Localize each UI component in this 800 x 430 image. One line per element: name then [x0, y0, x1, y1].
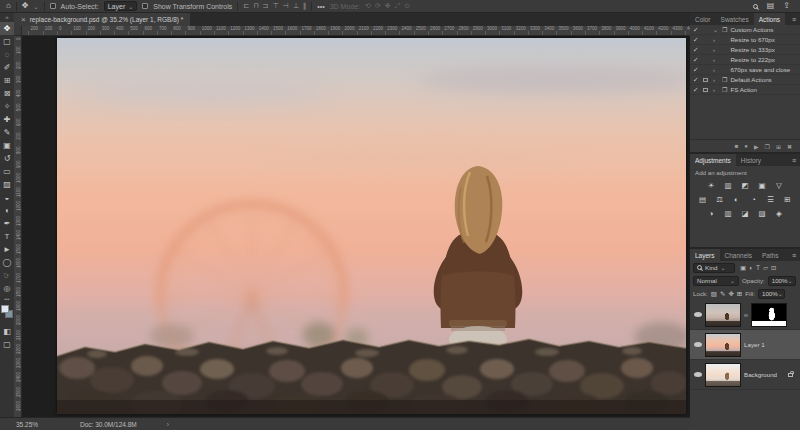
action-row[interactable]: ✓ ⌄ ❐ Custom Actions	[690, 25, 800, 35]
eraser-tool[interactable]: ▭	[0, 165, 14, 178]
auto-select-dropdown[interactable]: Layer ⌄	[104, 1, 138, 11]
action-expand-icon[interactable]: ›	[713, 57, 719, 63]
smart-object-filter-icon[interactable]: ⊡	[771, 264, 776, 272]
blend-mode-dropdown[interactable]: Normal ⌄	[693, 276, 739, 286]
play-icon[interactable]: ▶	[754, 143, 759, 150]
brightness-contrast-icon[interactable]: ☀	[705, 180, 717, 190]
action-check-icon[interactable]: ✓	[693, 26, 700, 34]
action-check-icon[interactable]: ✓	[693, 56, 700, 64]
dodge-tool[interactable]: ◖	[0, 204, 14, 217]
panel-menu-icon[interactable]: ≡	[788, 154, 800, 166]
pixel-layer-filter-icon[interactable]: ▣	[740, 264, 746, 272]
layer-row-masked-sky[interactable]: ∞	[690, 300, 800, 330]
record-icon[interactable]: ●	[744, 143, 748, 149]
share-icon[interactable]: ⇪	[783, 2, 790, 10]
action-expand-icon[interactable]: ›	[713, 77, 719, 83]
tab-swatches[interactable]: Swatches	[716, 13, 754, 25]
threshold-icon[interactable]: ◪	[739, 208, 751, 218]
action-dialog-toggle[interactable]	[703, 78, 710, 82]
action-expand-icon[interactable]: ›	[713, 67, 719, 73]
quick-mask-icon[interactable]: ◧	[0, 325, 14, 338]
move-tool[interactable]: ✥	[0, 22, 14, 35]
vibrance-icon[interactable]: ▽	[773, 180, 785, 190]
mask-link-icon[interactable]: ∞	[744, 312, 748, 318]
color-lookup-icon[interactable]: ⊞	[782, 194, 794, 204]
home-icon[interactable]: ⌂	[6, 2, 11, 10]
delete-icon[interactable]: ✖	[787, 143, 792, 150]
lock-pixels-icon[interactable]: ✎	[720, 290, 725, 298]
shape-layer-filter-icon[interactable]: ▱	[763, 264, 768, 272]
canvas-image[interactable]	[57, 38, 686, 414]
hue-saturation-icon[interactable]: ▤	[697, 194, 709, 204]
gradient-map-icon[interactable]: ▨	[756, 208, 768, 218]
crop-tool[interactable]: ⊞	[0, 74, 14, 87]
action-expand-icon[interactable]: ›	[713, 37, 719, 43]
clone-stamp-tool[interactable]: ▣	[0, 139, 14, 152]
opacity-dropdown[interactable]: 100% ⌄	[768, 276, 796, 286]
rectangular-marquee-tool[interactable]: ▢	[0, 35, 14, 48]
status-options-chevron[interactable]: ›	[167, 421, 169, 428]
tab-paths[interactable]: Paths	[757, 249, 784, 261]
hand-tool[interactable]: ☞	[0, 269, 14, 282]
panel-menu-icon[interactable]: ≡	[788, 249, 800, 261]
layer-row-layer-1[interactable]: Layer 1	[690, 330, 800, 360]
align-right-edges-icon[interactable]: ⊐	[263, 2, 269, 10]
layer-thumbnail[interactable]	[705, 363, 741, 387]
type-tool[interactable]: T	[0, 230, 14, 243]
workspace-switcher-icon[interactable]: ▤	[767, 2, 775, 10]
foreground-color-swatch[interactable]	[1, 305, 9, 313]
show-transform-controls-checkbox[interactable]	[142, 3, 148, 9]
action-check-icon[interactable]: ✓	[693, 86, 700, 94]
selective-color-icon[interactable]: ◈	[773, 208, 785, 218]
color-balance-icon[interactable]: ⚖	[714, 194, 726, 204]
lasso-tool[interactable]: ◌	[0, 48, 14, 61]
move-tool-preset-icon[interactable]: ✥	[22, 2, 29, 10]
action-expand-icon[interactable]: ›	[713, 87, 719, 93]
lock-position-icon[interactable]: ✥	[728, 290, 733, 298]
close-tab-icon[interactable]: ×	[21, 15, 26, 24]
auto-select-checkbox[interactable]	[50, 3, 56, 9]
action-row[interactable]: ✓ › ❐ Resize to 333px	[690, 45, 800, 55]
layer-visibility-icon[interactable]	[694, 312, 702, 317]
frame-tool[interactable]: ⊠	[0, 87, 14, 100]
vertical-ruler[interactable]: 0100200300400500600700800900100011001200…	[14, 36, 22, 417]
layer-thumbnail[interactable]	[705, 333, 741, 357]
adjustment-layer-filter-icon[interactable]: ◐	[749, 264, 753, 272]
color-swatches[interactable]	[0, 305, 14, 323]
panel-menu-icon[interactable]: ≡	[788, 13, 800, 25]
stop-icon[interactable]: ■	[735, 143, 739, 149]
invert-icon[interactable]: ◑	[705, 208, 717, 218]
layer-thumbnail[interactable]	[705, 303, 741, 327]
tab-adjustments[interactable]: Adjustments	[690, 154, 736, 166]
new-folder-icon[interactable]: ❐	[765, 143, 770, 150]
align-left-edges-icon[interactable]: ⊏	[243, 2, 249, 10]
layer-name[interactable]: Layer 1	[744, 341, 765, 348]
action-check-icon[interactable]: ✓	[693, 66, 700, 74]
posterize-icon[interactable]: ▥	[722, 208, 734, 218]
distribute-spacing-icon[interactable]: ∥	[303, 2, 307, 10]
screen-mode-icon[interactable]: ▢	[0, 338, 14, 351]
more-options-icon[interactable]: •••	[317, 3, 324, 10]
align-vertical-centers-icon[interactable]: ⊣	[283, 2, 289, 10]
action-row[interactable]: ✓ › ❐ Resize to 670px	[690, 35, 800, 45]
eyedropper-tool[interactable]: ✧	[0, 100, 14, 113]
photo-filter-icon[interactable]: ◔	[748, 194, 760, 204]
collapse-toolbar-icon[interactable]: »	[5, 14, 8, 22]
black-white-icon[interactable]: ◐	[731, 194, 743, 204]
tab-channels[interactable]: Channels	[720, 249, 757, 261]
document-tab[interactable]: × replace-background.psd @ 35.2% (Layer …	[14, 13, 190, 26]
align-bottom-edges-icon[interactable]: ⊥	[293, 2, 299, 10]
spot-healing-brush-tool[interactable]: ✚	[0, 113, 14, 126]
tab-color[interactable]: Color	[690, 13, 716, 25]
tab-history[interactable]: History	[736, 154, 766, 166]
action-check-icon[interactable]: ✓	[693, 36, 700, 44]
new-action-icon[interactable]: ⊞	[776, 143, 781, 150]
levels-icon[interactable]: ▥	[722, 180, 734, 190]
align-horizontal-centers-icon[interactable]: ⊓	[253, 2, 258, 10]
layer-name[interactable]: Background	[744, 371, 777, 378]
action-check-icon[interactable]: ✓	[693, 76, 700, 84]
action-row[interactable]: ✓ › ❐ FS Action	[690, 85, 800, 95]
channel-mixer-icon[interactable]: ☰	[765, 194, 777, 204]
pen-tool[interactable]: ✒	[0, 217, 14, 230]
gradient-tool[interactable]: ▨	[0, 178, 14, 191]
